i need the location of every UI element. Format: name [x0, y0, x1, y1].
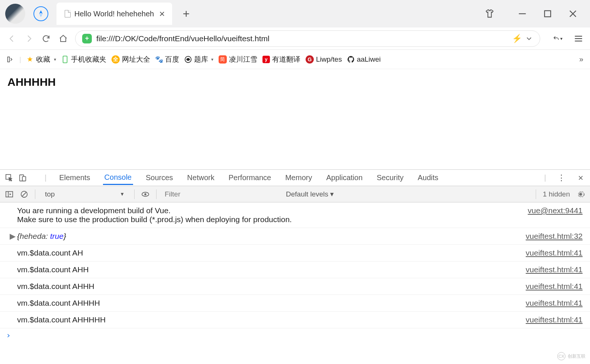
live-expression-icon[interactable] — [141, 190, 149, 198]
console-message: vm.$data.count AHvueiftest.html:41 — [0, 245, 590, 261]
favorites-button[interactable]: ★收藏▾ — [26, 55, 56, 64]
bookmarks-overflow-button[interactable]: » — [579, 55, 583, 64]
undo-button[interactable]: ▾ — [553, 34, 562, 43]
svg-line-18 — [22, 192, 26, 196]
tab-network[interactable]: Network — [186, 171, 216, 184]
svg-rect-3 — [545, 11, 551, 17]
bookmark-label: 题库 — [194, 55, 208, 64]
svg-marker-0 — [39, 10, 42, 14]
tab-sources[interactable]: Sources — [144, 171, 174, 184]
home-button[interactable] — [58, 33, 68, 44]
maximize-button[interactable] — [541, 7, 554, 20]
bookmark-label: Liwp/tes — [316, 55, 342, 64]
bookmark-label: 有道翻译 — [272, 55, 300, 64]
browser-brand-icon[interactable] — [33, 6, 48, 21]
inspect-element-icon[interactable] — [5, 174, 13, 182]
console-message: vm.$data.count AHHHHvueiftest.html:41 — [0, 295, 590, 312]
source-link[interactable]: vueiftest.html:41 — [526, 315, 583, 324]
console-message: vm.$data.count AHHHHHvueiftest.html:41 — [0, 312, 590, 328]
console-settings-icon[interactable] — [577, 190, 585, 198]
console-prompt[interactable]: › — [0, 328, 590, 342]
chevron-down-icon[interactable] — [525, 35, 533, 43]
console-text: vm.$data.count AHH — [17, 265, 526, 274]
console-output: You are running a development build of V… — [0, 202, 590, 342]
new-tab-button[interactable]: + — [183, 7, 190, 21]
console-message: vm.$data.count AHHvueiftest.html:41 — [0, 261, 590, 278]
console-text: vm.$data.count AH — [17, 248, 526, 257]
bookmark-youdao[interactable]: y有道翻译 — [262, 55, 300, 64]
bookmark-tiku[interactable]: 题库▾ — [184, 55, 213, 64]
close-window-button[interactable] — [566, 7, 580, 20]
back-button[interactable] — [7, 33, 17, 44]
source-link[interactable]: vueiftest.html:32 — [526, 232, 583, 241]
console-text: Make sure to use the production build (*… — [17, 215, 292, 224]
svg-point-20 — [144, 193, 146, 195]
source-link[interactable]: vueiftest.html:41 — [526, 265, 583, 274]
bookmark-label: 手机收藏夹 — [71, 55, 106, 64]
console-text: You are running a development build of V… — [17, 206, 171, 215]
devtools-menu-icon[interactable]: ⋮ — [557, 174, 565, 182]
bookmark-gitee[interactable]: GLiwp/tes — [306, 55, 342, 64]
device-toggle-icon[interactable] — [19, 174, 27, 182]
tab-elements[interactable]: Elements — [58, 171, 91, 184]
bookmark-mobile[interactable]: 手机收藏夹 — [61, 55, 106, 64]
bookmark-label: 百度 — [165, 55, 179, 64]
svg-rect-15 — [6, 191, 13, 197]
skin-icon[interactable] — [483, 7, 496, 20]
console-text: vm.$data.count AHHHH — [17, 299, 526, 308]
bookmark-label: 收藏 — [36, 55, 50, 64]
forward-button[interactable] — [24, 33, 34, 44]
bookmark-github[interactable]: aaLiwei — [347, 55, 381, 64]
expand-caret-icon[interactable]: ▶ — [10, 232, 16, 241]
source-link[interactable]: vueiftest.html:41 — [526, 299, 583, 308]
tab-application[interactable]: Application — [325, 171, 364, 184]
tab-console[interactable]: Console — [103, 171, 133, 185]
page-content: AHHHHH — [0, 69, 590, 169]
bookmarks-bar: | ★收藏▾ 手机收藏夹 全网址大全 🐾百度 题库▾ 简凌川江雪 y有道翻译 G… — [0, 50, 590, 69]
filter-input[interactable] — [163, 189, 279, 200]
security-shield-icon: + — [82, 34, 92, 43]
source-link[interactable]: vue@next:9441 — [528, 206, 583, 224]
console-sidebar-toggle-icon[interactable] — [5, 190, 13, 198]
watermark-logo-icon: CX — [557, 352, 565, 360]
bookmark-label: 网址大全 — [122, 55, 150, 64]
reload-button[interactable] — [41, 33, 51, 44]
browser-tab[interactable]: Hello World! heheheheh × — [57, 3, 172, 25]
bookmark-baidu[interactable]: 🐾百度 — [155, 55, 179, 64]
devtools-close-icon[interactable]: × — [577, 174, 585, 182]
devtools-panel: | Elements Console Sources Network Perfo… — [0, 169, 590, 342]
page-heading: AHHHHH — [7, 76, 583, 88]
minimize-button[interactable] — [516, 7, 529, 20]
url-bar[interactable]: + file:///D:/OK/Code/frontEnd/vueHello/v… — [75, 30, 540, 47]
watermark: CX 创新互联 — [557, 352, 586, 360]
lightning-icon[interactable]: ⚡ — [512, 34, 522, 43]
svg-point-21 — [580, 193, 582, 195]
console-text: vm.$data.count AHHH — [17, 282, 526, 291]
tab-audits[interactable]: Audits — [416, 171, 440, 184]
url-text: file:///D:/OK/Code/frontEnd/vueHello/vue… — [96, 34, 509, 43]
svg-rect-9 — [8, 57, 10, 62]
clear-console-icon[interactable] — [20, 190, 28, 198]
console-text: vm.$data.count AHHHHH — [17, 315, 526, 324]
source-link[interactable]: vueiftest.html:41 — [526, 248, 583, 257]
tab-performance[interactable]: Performance — [227, 171, 273, 184]
log-levels-selector[interactable]: Default levels ▾ — [286, 190, 334, 198]
hidden-count[interactable]: 1 hidden — [543, 190, 570, 198]
console-toolbar: top ▼ Default levels ▾ 1 hidden — [0, 186, 590, 202]
bookmark-lingchuan[interactable]: 简凌川江雪 — [219, 55, 257, 64]
bookmark-label: 凌川江雪 — [229, 55, 257, 64]
devtools-tab-bar: | Elements Console Sources Network Perfo… — [0, 170, 590, 186]
watermark-text: 创新互联 — [568, 353, 586, 360]
hamburger-menu-button[interactable] — [574, 34, 583, 43]
close-tab-button[interactable]: × — [159, 9, 165, 19]
profile-avatar[interactable] — [5, 4, 25, 24]
tab-security[interactable]: Security — [375, 171, 405, 184]
bookmark-nav[interactable]: 全网址大全 — [112, 55, 150, 64]
source-link[interactable]: vueiftest.html:41 — [526, 282, 583, 291]
sidebar-toggle-icon[interactable] — [7, 56, 14, 63]
svg-rect-10 — [63, 56, 67, 62]
context-selector[interactable]: top ▼ — [42, 189, 128, 199]
console-message: You are running a development build of V… — [0, 202, 590, 228]
context-value: top — [45, 190, 55, 198]
tab-memory[interactable]: Memory — [284, 171, 313, 184]
